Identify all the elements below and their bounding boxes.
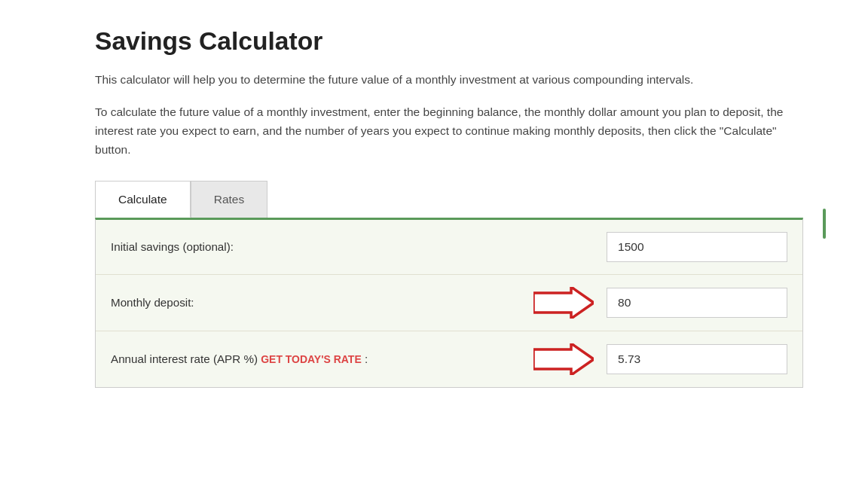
tab-rates[interactable]: Rates xyxy=(191,181,268,218)
svg-marker-1 xyxy=(533,343,594,375)
label-monthly-deposit: Monthly deposit: xyxy=(111,294,530,312)
input-monthly-deposit[interactable] xyxy=(607,288,787,318)
arrow-monthly-deposit xyxy=(530,287,598,319)
label-annual-interest: Annual interest rate (APR %) GET TODAY'S… xyxy=(111,351,530,368)
arrow-annual-interest xyxy=(530,343,598,375)
tab-content: Initial savings (optional): Monthly depo… xyxy=(95,218,803,388)
input-initial-savings[interactable] xyxy=(607,232,787,262)
svg-marker-0 xyxy=(533,287,594,319)
tabs-container: Calculate Rates Initial savings (optiona… xyxy=(95,181,803,388)
get-today-rate-link[interactable]: GET TODAY'S RATE xyxy=(261,353,361,365)
form-row-initial-savings: Initial savings (optional): xyxy=(96,220,802,275)
page-wrapper: Savings Calculator This calculator will … xyxy=(35,0,833,418)
description-text: To calculate the future value of a month… xyxy=(95,103,803,159)
input-annual-interest[interactable] xyxy=(607,344,787,374)
form-row-monthly-deposit: Monthly deposit: xyxy=(96,275,802,331)
page-title: Savings Calculator xyxy=(95,23,803,60)
intro-text: This calculator will help you to determi… xyxy=(95,71,803,90)
scrollbar-indicator[interactable] xyxy=(823,209,826,239)
tab-list: Calculate Rates xyxy=(95,181,803,218)
label-initial-savings: Initial savings (optional): xyxy=(111,239,607,256)
tab-calculate[interactable]: Calculate xyxy=(95,181,191,218)
form-row-annual-interest: Annual interest rate (APR %) GET TODAY'S… xyxy=(96,331,802,387)
